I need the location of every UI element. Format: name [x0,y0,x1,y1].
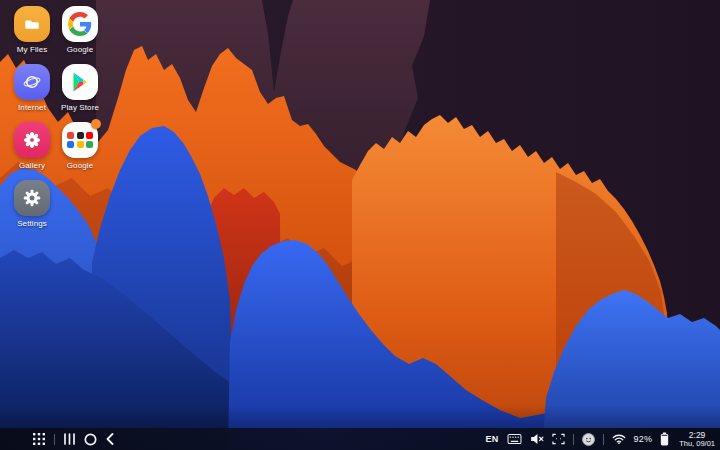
play-store-icon [62,64,98,100]
app-label: Gallery [19,161,45,170]
app-gallery[interactable]: Gallery [6,122,58,170]
taskbar-nav [0,428,114,450]
battery-percent[interactable]: 92% [634,434,653,444]
samsung-internet-icon [14,64,50,100]
app-label: Internet [18,103,46,112]
my-files-icon [14,6,50,42]
app-play-store[interactable]: Play Store [54,64,106,112]
app-label: My Files [17,45,48,54]
wallpaper [0,0,720,450]
app-my-files[interactable]: My Files [6,6,58,54]
google-folder-icon [62,122,98,158]
app-settings[interactable]: Settings [6,180,58,228]
notification-app-icon[interactable] [582,428,595,450]
recents-icon[interactable] [64,428,75,450]
keyboard-icon[interactable] [507,428,522,450]
notification-badge [91,119,101,129]
app-label: Settings [17,219,47,228]
clock-date: Thu, 09/01 [679,440,715,449]
taskbar-separator [603,434,604,445]
clock[interactable]: 2:29 Thu, 09/01 [677,430,715,449]
tablet-home-screen: My Files Google Internet [0,0,720,450]
app-google[interactable]: Google [54,6,106,54]
taskbar-separator [573,434,574,445]
app-label: Play Store [61,103,99,112]
folder-mini-icons [67,132,93,149]
wifi-icon[interactable] [612,428,626,450]
back-icon[interactable] [106,428,114,450]
app-internet[interactable]: Internet [6,64,58,112]
taskbar: EN [0,428,720,450]
taskbar-status: EN [486,428,720,450]
app-label: Google [67,161,93,170]
volume-muted-icon[interactable] [530,428,544,450]
app-label: Google [67,45,93,54]
apps-grid-icon[interactable] [33,428,45,450]
app-folder-google[interactable]: Google [54,122,106,170]
home-icon[interactable] [84,428,97,450]
settings-icon [14,180,50,216]
gallery-icon [14,122,50,158]
google-icon [62,6,98,42]
taskbar-separator [54,434,55,445]
language-indicator[interactable]: EN [486,434,499,444]
smart-capture-icon[interactable] [552,428,565,450]
battery-icon[interactable] [660,428,669,450]
